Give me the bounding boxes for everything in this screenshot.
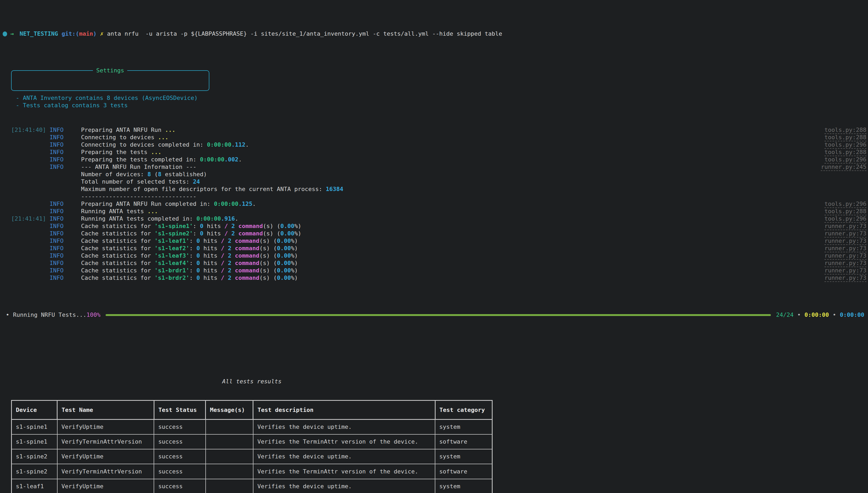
- progress-label: Running NRFU Tests...: [13, 311, 86, 319]
- log-segment: /: [221, 260, 224, 266]
- log-segment: 0:00:00: [197, 215, 221, 222]
- source-link[interactable]: runner.py:73: [824, 230, 866, 237]
- log-level: INFO: [50, 126, 81, 134]
- log-segment: --- ANTA NRFU Run Information ---: [81, 164, 197, 170]
- log-segment: ...: [158, 134, 168, 141]
- log-segment: (s) (: [263, 223, 280, 229]
- source-link[interactable]: tools.py:296: [824, 141, 866, 149]
- log-segment: ---------------------------------: [81, 193, 197, 200]
- log-message: Connecting to devices completed in: 0:00…: [81, 141, 249, 148]
- log-segment: 0.00: [277, 267, 291, 274]
- log-segment: .916: [221, 215, 235, 222]
- log-segment: :: [189, 245, 197, 252]
- cell-test: VerifyUptime: [57, 449, 154, 464]
- log-segment: 2: [228, 275, 231, 281]
- log-message: Preparing ANTA NRFU Run completed in: 0:…: [81, 200, 256, 207]
- log-segment: hits: [200, 237, 221, 244]
- log-segment: (: [151, 171, 158, 177]
- log-segment: Preparing ANTA NRFU Run: [81, 127, 165, 133]
- log-line: INFOPreparing the tests ...tools.py:288: [2, 149, 866, 156]
- log-segment: command: [235, 275, 259, 281]
- source-link[interactable]: tools.py:288: [824, 134, 866, 141]
- log-segment: hits: [200, 260, 221, 266]
- prompt-directory: NET_TESTING: [20, 30, 58, 38]
- log-message: Cache statistics for 's1-leaf2': 0 hits …: [81, 245, 298, 252]
- log-segment: 's1-brdr1': [155, 267, 189, 274]
- log-segment: command: [235, 245, 259, 252]
- cell-status: success: [154, 479, 205, 493]
- log-segment: [231, 275, 235, 281]
- log-segment: Running ANTA tests: [81, 208, 147, 215]
- log-segment: (s) (: [259, 267, 277, 274]
- log-level: INFO: [50, 208, 81, 215]
- log-segment: [228, 230, 231, 237]
- log-line: INFOPreparing ANTA NRFU Run completed in…: [2, 200, 866, 208]
- source-link[interactable]: runner.py:73: [824, 267, 866, 274]
- cell-device: s1-spine2: [12, 464, 57, 479]
- source-link[interactable]: tools.py:288: [824, 126, 866, 134]
- log-message: Preparing ANTA NRFU Run ...: [81, 127, 176, 133]
- log-segment: /: [221, 267, 224, 274]
- log-level: INFO: [50, 200, 81, 208]
- log-message: Total number of selected tests: 24: [81, 178, 200, 185]
- log-segment: /: [221, 237, 224, 244]
- log-segment: ...: [165, 127, 176, 133]
- prompt-arrow-icon: →: [10, 30, 14, 38]
- log-segment: .: [235, 215, 238, 222]
- cell-messages: [206, 449, 253, 464]
- log-segment: :: [189, 252, 197, 259]
- log-level: INFO: [50, 156, 81, 163]
- source-link[interactable]: runner.py:73: [824, 237, 866, 245]
- source-link[interactable]: runner.py:73: [824, 222, 866, 230]
- log-level: INFO: [50, 222, 81, 230]
- cell-description: Verifies the device uptime.: [253, 449, 435, 464]
- source-link[interactable]: runner.py:73: [824, 245, 866, 252]
- log-line: INFOPreparing the tests completed in: 0:…: [2, 156, 866, 163]
- cell-device: s1-spine2: [12, 449, 57, 464]
- log-line: INFOConnecting to devices ...tools.py:28…: [2, 134, 866, 141]
- log-line: INFOCache statistics for 's1-leaf2': 0 h…: [2, 245, 866, 252]
- cell-status: success: [154, 464, 205, 479]
- log-segment: command: [235, 237, 259, 244]
- log-message: Number of devices: 8 (8 established): [81, 171, 207, 177]
- log-message: Running ANTA tests completed in: 0:00:00…: [81, 215, 238, 222]
- log-segment: 2: [228, 252, 231, 259]
- log-segment: 0.00: [277, 275, 291, 281]
- progress-bar: [106, 314, 771, 316]
- source-link[interactable]: runner.py:245: [821, 163, 866, 171]
- source-link[interactable]: runner.py:73: [824, 252, 866, 259]
- source-link[interactable]: tools.py:296: [824, 215, 866, 222]
- log-segment: 2: [228, 267, 231, 274]
- log-segment: /: [221, 245, 224, 252]
- cell-test: VerifyUptime: [57, 479, 154, 493]
- log-line: Total number of selected tests: 24: [2, 178, 866, 186]
- source-link[interactable]: runner.py:73: [824, 259, 866, 267]
- log-segment: (s) (: [259, 245, 277, 252]
- log-line: INFOCache statistics for 's1-leaf1': 0 h…: [2, 237, 866, 245]
- source-link[interactable]: tools.py:296: [824, 200, 866, 208]
- log-message: Cache statistics for 's1-leaf3': 0 hits …: [81, 252, 298, 259]
- source-link[interactable]: tools.py:288: [824, 149, 866, 156]
- log-segment: 0:00:00: [200, 156, 224, 163]
- log-segment: Maximum number of open file descriptors …: [81, 186, 326, 192]
- log-line: INFOCache statistics for 's1-spine2': 0 …: [2, 230, 866, 237]
- table-row: s1-spine2VerifyTerminAttrVersionsuccessV…: [12, 464, 492, 479]
- source-link[interactable]: tools.py:296: [824, 156, 866, 163]
- table-title: All tests results: [11, 378, 493, 385]
- log-message: Cache statistics for 's1-brdr1': 0 hits …: [81, 267, 298, 274]
- log-segment: Connecting to devices: [81, 134, 158, 141]
- log-line: INFOCache statistics for 's1-leaf3': 0 h…: [2, 252, 866, 259]
- log-level: INFO: [50, 134, 81, 141]
- log-segment: [231, 252, 235, 259]
- log-message: ---------------------------------: [81, 193, 197, 200]
- log-segment: [224, 237, 228, 244]
- log-segment: :: [193, 223, 200, 229]
- table-row: s1-leaf1VerifyUptimesuccessVerifies the …: [12, 479, 492, 493]
- git-dirty-icon: ✗: [100, 30, 104, 38]
- source-link[interactable]: tools.py:288: [824, 208, 866, 215]
- log-segment: [231, 267, 235, 274]
- log-segment: 0.00: [280, 223, 294, 229]
- source-link[interactable]: runner.py:73: [824, 274, 866, 282]
- progress-separator-icon: •: [832, 311, 836, 319]
- cell-messages: [206, 434, 253, 449]
